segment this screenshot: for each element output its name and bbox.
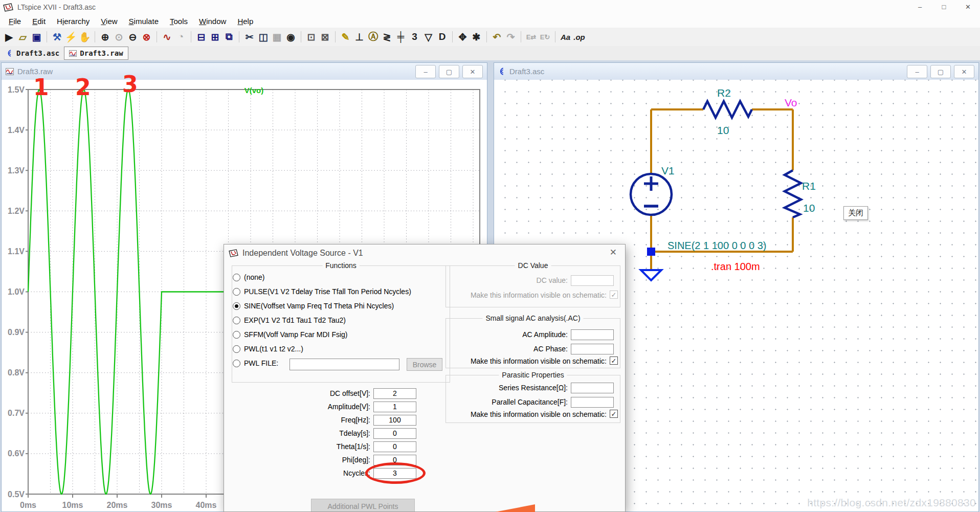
resistor-r2[interactable] <box>703 101 752 118</box>
copy-icon[interactable]: ◫ <box>256 30 270 44</box>
r1-name-label[interactable]: R1 <box>802 180 816 192</box>
zoom-out-icon[interactable]: ⊖ <box>126 30 140 44</box>
tile-horizontal-icon[interactable]: ⊟ <box>194 30 208 44</box>
series-resistance-input[interactable] <box>571 383 614 393</box>
radio-icon[interactable] <box>233 331 240 339</box>
menu-tools[interactable]: Tools <box>164 17 193 26</box>
app-close-button[interactable]: ✕ <box>956 0 980 14</box>
field-input[interactable]: 1 <box>373 402 416 412</box>
capacitor-icon[interactable]: ╪ <box>394 30 408 44</box>
zoom-back-icon[interactable]: ⊙ <box>112 30 126 44</box>
radio-icon[interactable] <box>233 317 240 324</box>
field-input[interactable]: 2 <box>373 388 416 399</box>
radio-icon[interactable] <box>233 302 240 310</box>
radio-icon[interactable] <box>233 360 240 367</box>
autorange-icon[interactable]: ∿ <box>160 30 174 44</box>
r1-value-label[interactable]: 10 <box>803 202 815 214</box>
additional-pwl-points-button[interactable]: Additional PWL Points <box>311 499 415 512</box>
field-input[interactable]: 100 <box>373 415 416 426</box>
print-preview-icon[interactable]: ⊠ <box>318 30 332 44</box>
r2-value-label[interactable]: 10 <box>717 124 729 136</box>
menu-hierarchy[interactable]: Hierarchy <box>51 17 95 26</box>
control-panel-icon[interactable]: ⚒ <box>50 30 64 44</box>
drag-icon[interactable]: ✱ <box>470 30 483 44</box>
undo-icon[interactable]: ↶ <box>490 30 504 44</box>
schematic-window-titlebar[interactable]: Draft3.asc ‒ ▢ ✕ <box>494 63 978 80</box>
field-input[interactable]: 0 <box>373 428 416 439</box>
node-marker[interactable] <box>647 248 655 256</box>
ac-visible-checkbox[interactable]: ✓ <box>610 357 618 365</box>
menu-help[interactable]: Help <box>232 17 259 26</box>
schematic-close-button[interactable]: ✕ <box>954 65 974 78</box>
halt-icon[interactable]: ⚡ <box>64 30 78 44</box>
v1-name-label[interactable]: V1 <box>661 165 675 176</box>
app-maximize-button[interactable]: □ <box>932 0 956 14</box>
cut-icon[interactable]: ✂ <box>242 30 256 44</box>
ac-amplitude-input[interactable] <box>571 329 614 340</box>
move-icon[interactable]: ✥ <box>456 30 470 44</box>
mirror-icon[interactable]: E⇄ <box>524 30 538 44</box>
voltage-source-v1[interactable] <box>631 174 672 215</box>
plot-close-button[interactable]: ✕ <box>462 65 483 78</box>
pause-hand-icon[interactable]: ✋ <box>78 30 92 44</box>
function-option-sffm[interactable]: SFFM(Voff Vamp Fcar MDI Fsig) <box>233 327 411 342</box>
ac-phase-input[interactable] <box>571 344 614 354</box>
menu-window[interactable]: Window <box>193 17 232 26</box>
waveform-window-titlebar[interactable]: Draft3.raw ‒ ▢ ✕ <box>2 63 487 80</box>
r2-name-label[interactable]: R2 <box>717 87 731 99</box>
resistor-icon[interactable]: ≷ <box>380 30 394 44</box>
field-input[interactable]: 0 <box>373 441 416 452</box>
plot-minimize-button[interactable]: ‒ <box>415 65 436 78</box>
zoom-extents-icon[interactable]: ⊗ <box>140 30 153 44</box>
pwl-file-input[interactable] <box>289 359 399 370</box>
menu-view[interactable]: View <box>95 17 123 26</box>
redo-icon[interactable]: ↷ <box>504 30 518 44</box>
function-option-pulse[interactable]: PULSE(V1 V2 Tdelay Trise Tfall Ton Perio… <box>233 284 411 299</box>
rotate-icon[interactable]: E↻ <box>538 30 552 44</box>
run-icon[interactable]: ▶ <box>2 30 16 44</box>
schematic-minimize-button[interactable]: ‒ <box>907 65 927 78</box>
print-icon[interactable]: ⊡ <box>304 30 318 44</box>
radio-icon[interactable] <box>233 274 240 281</box>
net-label-icon[interactable]: Ⓐ <box>366 30 380 44</box>
find-icon[interactable]: ◉ <box>284 30 298 44</box>
cascade-windows-icon[interactable]: ⧉ <box>222 30 236 44</box>
save-icon[interactable]: ▣ <box>30 30 43 44</box>
diode-icon[interactable]: ▽ <box>421 30 435 44</box>
ground-symbol[interactable] <box>641 270 661 280</box>
function-option-pwl[interactable]: PWL(t1 v1 t2 v2...) <box>233 342 411 356</box>
tab-draft3-raw[interactable]: Draft3.raw <box>64 47 128 60</box>
wire-icon[interactable]: ✎ <box>339 30 352 44</box>
radio-icon[interactable] <box>233 345 240 353</box>
text-icon[interactable]: Aa <box>559 30 572 44</box>
vo-net-label[interactable]: Vo <box>785 97 797 108</box>
resistor-r1[interactable] <box>785 170 801 217</box>
component-icon[interactable]: D <box>435 30 449 44</box>
function-option-sine[interactable]: SINE(Voffset Vamp Freq Td Theta Phi Ncyc… <box>233 299 411 313</box>
dialog-close-icon[interactable]: ✕ <box>610 247 617 258</box>
zoom-in-icon[interactable]: ⊕ <box>98 30 112 44</box>
function-option-none[interactable]: (none) <box>233 270 411 284</box>
function-option-exp[interactable]: EXP(V1 V2 Td1 Tau1 Td2 Tau2) <box>233 313 411 327</box>
ground-icon[interactable]: ⊥ <box>352 30 366 44</box>
menu-simulate[interactable]: Simulate <box>123 17 164 26</box>
tab-draft3-asc[interactable]: Draft3.asc <box>2 47 64 59</box>
menu-file[interactable]: File <box>3 17 27 26</box>
parasitic-visible-checkbox[interactable]: ✓ <box>610 410 618 418</box>
radio-icon[interactable] <box>233 288 240 296</box>
browse-button[interactable]: Browse <box>407 358 442 371</box>
parallel-capacitance-input[interactable] <box>571 397 614 408</box>
menu-edit[interactable]: Edit <box>27 17 51 26</box>
dialog-titlebar[interactable]: Independent Voltage Source - V1 ✕ <box>224 244 625 262</box>
plot-restore-button[interactable]: ▢ <box>439 65 459 78</box>
tile-vertical-icon[interactable]: ⊞ <box>208 30 222 44</box>
inductor-icon[interactable]: 3 <box>408 30 421 44</box>
schematic-restore-button[interactable]: ▢ <box>930 65 951 78</box>
spice-directive-icon[interactable]: .op <box>572 30 586 44</box>
tran-directive-label[interactable]: .tran 100m <box>711 261 760 272</box>
polar-plot-icon[interactable]: ◔ <box>174 30 188 44</box>
open-icon[interactable]: ▱ <box>16 30 30 44</box>
v1-sine-spec-label[interactable]: SINE(2 1 100 0 0 0 3) <box>667 240 766 251</box>
app-minimize-button[interactable]: – <box>908 0 932 14</box>
paste-icon[interactable]: ▦ <box>270 30 284 44</box>
